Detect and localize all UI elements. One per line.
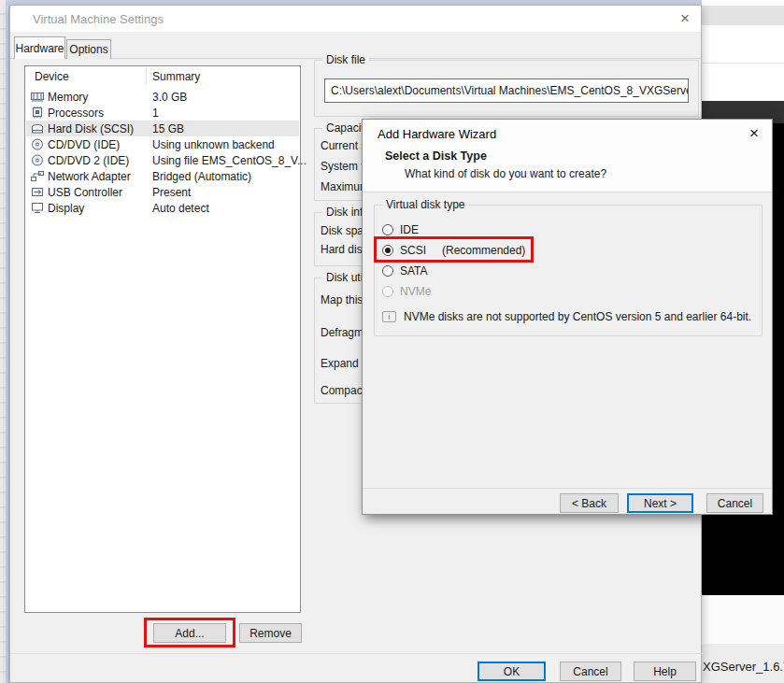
cd-icon — [31, 138, 45, 150]
device-name: Network Adapter — [48, 170, 131, 183]
close-icon[interactable]: × — [680, 10, 690, 26]
virtual-disk-type-group: Virtual disk type IDE SCSI (Recommended)… — [374, 205, 763, 336]
add-hardware-wizard-dialog: Add Hardware Wizard × Select a Disk Type… — [362, 119, 773, 515]
device-summary: Bridged (Automatic) — [152, 170, 251, 183]
device-name: USB Controller — [48, 186, 122, 199]
background-lower-panel — [702, 595, 784, 644]
background-toolbar-strip — [702, 6, 784, 25]
radio-label: IDE — [400, 223, 419, 236]
radio-label: SATA — [400, 264, 428, 277]
annotation-box-scsi-option — [374, 236, 534, 263]
capacity-item: Current s — [321, 139, 366, 152]
device-summary: 1 — [152, 107, 159, 120]
device-summary: 3.0 GB — [152, 91, 187, 104]
radio-icon[interactable] — [382, 265, 393, 277]
wizard-footer-separator — [363, 488, 772, 489]
device-list: Device Summary Memory 3.0 GB Processors … — [24, 65, 301, 613]
info-note-text: NVMe disks are not supported by CentOS v… — [404, 310, 751, 323]
settings-dialog-title: Virtual Machine Settings — [33, 12, 164, 26]
device-name: Hard Disk (SCSI) — [48, 122, 134, 135]
wizard-title: Add Hardware Wizard — [378, 127, 496, 141]
memory-icon — [31, 91, 45, 103]
disk-file-path-field[interactable]: C:\Users\alext\Documents\Virtual Machine… — [324, 78, 689, 103]
disk-file-group-label: Disk file — [322, 53, 369, 66]
device-list-header: Device Summary — [25, 66, 300, 87]
disk-util-item: Map this — [321, 293, 363, 306]
device-row-cd-dvd-2[interactable]: CD/DVD 2 (IDE) Using file EMS_CentOS_8_V… — [26, 152, 299, 168]
device-name: CD/DVD 2 (IDE) — [48, 154, 129, 167]
settings-titlebar[interactable]: Virtual Machine Settings × — [10, 6, 701, 32]
help-button[interactable]: Help — [634, 662, 696, 681]
tab-hardware[interactable]: Hardware — [14, 36, 65, 59]
disk-util-item: Expand c — [321, 357, 367, 370]
device-summary: Present — [152, 186, 191, 199]
device-row-processors[interactable]: Processors 1 — [26, 105, 299, 121]
wizard-cancel-button[interactable]: Cancel — [706, 493, 763, 513]
device-summary: 15 GB — [152, 122, 184, 135]
ok-button[interactable]: OK — [478, 662, 546, 681]
column-separator — [146, 68, 147, 85]
device-row-hard-disk-selected[interactable]: Hard Disk (SCSI) 15 GB — [26, 121, 299, 136]
wizard-subheading: What kind of disk do you want to create? — [405, 167, 606, 180]
disk-util-item: Defragm — [321, 326, 363, 339]
cd-icon — [31, 154, 45, 166]
device-row-network-adapter[interactable]: Network Adapter Bridged (Automatic) — [26, 168, 299, 184]
virtual-disk-type-label: Virtual disk type — [382, 198, 469, 211]
radio-option-sata[interactable]: SATA — [382, 263, 428, 278]
nvme-info-note: i NVMe disks are not supported by CentOS… — [382, 310, 751, 323]
vm-name-fragment: XGServer_1.6.7_2 — [703, 660, 784, 674]
disk-util-item: Compact — [321, 384, 365, 397]
bottom-separator — [10, 653, 703, 654]
hard-disk-icon — [31, 122, 45, 135]
processor-icon — [31, 107, 45, 119]
close-icon[interactable]: × — [749, 125, 759, 141]
device-row-display[interactable]: Display Auto detect — [26, 200, 299, 216]
display-icon — [31, 202, 45, 214]
back-button[interactable]: < Back — [560, 493, 619, 513]
device-row-cd-dvd[interactable]: CD/DVD (IDE) Using unknown backend — [26, 136, 299, 152]
usb-icon — [31, 186, 45, 198]
capacity-item: System f — [321, 160, 364, 173]
radio-option-ide[interactable]: IDE — [382, 222, 419, 237]
screenshot-root: XGServer_1.6.7_2 Virtual Machine Setting… — [0, 0, 784, 683]
info-icon: i — [382, 311, 396, 322]
disk-file-group: Disk file C:\Users\alext\Documents\Virtu… — [314, 60, 699, 117]
column-header-summary[interactable]: Summary — [152, 70, 200, 83]
device-summary: Using unknown backend — [152, 138, 275, 151]
annotation-box-add-button — [144, 618, 235, 647]
radio-label: NVMe — [400, 285, 431, 298]
radio-option-nvme-disabled: NVMe — [382, 284, 431, 299]
radio-icon[interactable] — [382, 224, 393, 235]
background-divider-line — [702, 63, 784, 64]
column-header-device[interactable]: Device — [35, 70, 69, 83]
device-row-memory[interactable]: Memory 3.0 GB — [26, 89, 299, 105]
network-icon — [31, 170, 45, 182]
device-name: Processors — [48, 107, 104, 120]
background-statusbar: XGServer_1.6.7_2 — [702, 644, 784, 683]
device-name: Display — [48, 202, 84, 215]
cancel-button[interactable]: Cancel — [560, 662, 621, 681]
radio-disabled-icon — [382, 286, 393, 297]
device-summary: Auto detect — [152, 202, 209, 215]
tab-options[interactable]: Options — [66, 39, 111, 59]
device-name: CD/DVD (IDE) — [48, 138, 120, 151]
remove-button[interactable]: Remove — [239, 623, 302, 643]
next-button[interactable]: Next > — [627, 493, 693, 513]
wizard-heading: Select a Disk Type — [385, 149, 487, 163]
device-row-usb-controller[interactable]: USB Controller Present — [26, 184, 299, 200]
device-summary: Using file EMS_CentOS_8_V... — [152, 154, 306, 167]
device-name: Memory — [48, 91, 88, 104]
